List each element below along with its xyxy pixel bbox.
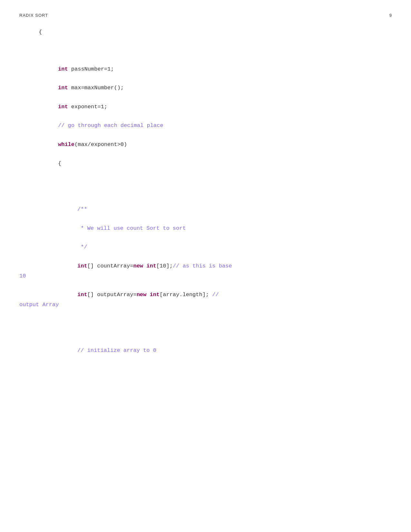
keyword-int7: int — [150, 292, 160, 298]
comment-block-line: * We will use count Sort to sort — [77, 224, 392, 234]
comment-block-start: /** — [77, 205, 392, 215]
brace-open-outer: { — [39, 27, 392, 37]
code-line-while: while(max/exponent>0) — [58, 140, 392, 150]
comment-base: // as this is base — [173, 263, 232, 269]
keyword-int: int — [58, 66, 68, 72]
code-line-exponent: int exponent=1; — [58, 102, 392, 112]
keyword-int3: int — [58, 104, 68, 110]
comment-decimal-place: // go through each decimal place — [58, 121, 392, 131]
brace-open-inner: { — [58, 159, 392, 169]
code-line-outputarray: int[] outputArray=new int[array.length];… — [77, 290, 392, 300]
keyword-int6: int — [77, 292, 87, 298]
page-header: RADIX SORT 9 — [19, 13, 392, 18]
code-line-passnumber: int passNumber=1; — [58, 64, 392, 74]
keyword-new: new — [133, 263, 143, 269]
comment-output: // — [212, 292, 219, 298]
base-10-line: 10 — [19, 271, 392, 281]
comment-initialize: // initialize array to 0 — [77, 346, 392, 356]
comment-block-end: */ — [77, 242, 392, 252]
output-array-line: output Array — [19, 300, 392, 310]
code-block: { int passNumber=1; int max=maxNumber();… — [19, 27, 392, 356]
code-line-max: int max=maxNumber(); — [58, 83, 392, 93]
keyword-int4: int — [77, 263, 87, 269]
header-page: 9 — [389, 13, 392, 18]
code-line-countarray: int[] countArray=new int[10];// as this … — [77, 261, 392, 271]
keyword-while: while — [58, 141, 74, 148]
keyword-int2: int — [58, 85, 68, 91]
header-title: RADIX SORT — [19, 13, 48, 18]
keyword-new2: new — [137, 292, 147, 298]
keyword-int5: int — [146, 263, 156, 269]
